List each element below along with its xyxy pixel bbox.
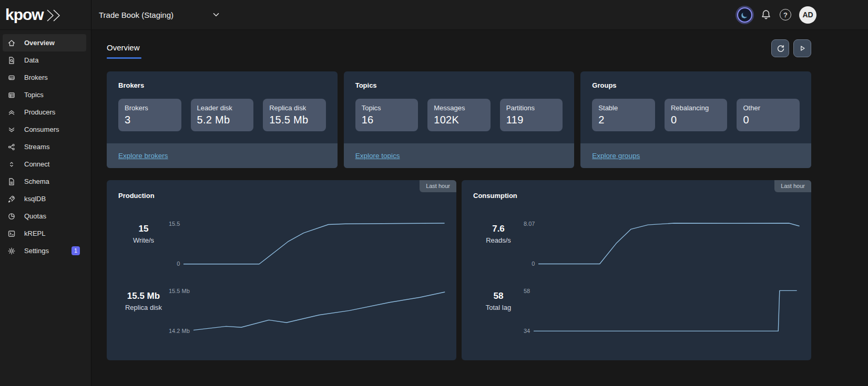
home-icon: [7, 39, 16, 47]
sidebar-item-label: Quotas: [24, 212, 46, 220]
topbar: kpow Trade Book (Staging) ? AD: [0, 0, 868, 30]
time-range-badge: Last hour: [774, 180, 811, 192]
help-button[interactable]: ?: [780, 9, 791, 20]
moon-icon: [740, 11, 749, 19]
kpow-logo[interactable]: kpow: [0, 0, 91, 29]
sidebar-item-label: Streams: [24, 143, 49, 151]
sidebar-item-label: Consumers: [24, 126, 59, 133]
dark-mode-toggle[interactable]: [737, 7, 752, 23]
replica-disk-stat: 15.5 Mb Replica disk: [118, 290, 169, 311]
panel-title: Production: [118, 192, 445, 200]
share-icon: [7, 143, 16, 151]
card-title: Brokers: [118, 81, 326, 89]
refresh-button[interactable]: [771, 39, 789, 57]
explore-brokers-link[interactable]: Explore brokers: [118, 152, 168, 160]
write-rate-line-chart: [183, 223, 445, 264]
sidebar-item-label: Data: [24, 56, 38, 64]
main-content: Overview Brokers: [91, 30, 868, 386]
tab-overview[interactable]: Overview: [107, 43, 141, 59]
y-axis-min: 0: [177, 260, 180, 267]
card-title: Topics: [355, 81, 563, 89]
sidebar-item-producers[interactable]: Producers: [0, 103, 91, 121]
environment-selector[interactable]: Trade Book (Staging): [99, 10, 221, 19]
settings-badge: 1: [72, 246, 80, 255]
y-axis-max: 15.5 Mb: [169, 288, 190, 294]
chevrons-up-icon: [7, 108, 16, 117]
refresh-icon: [776, 44, 785, 53]
replica-disk-line-chart: [193, 290, 445, 331]
card-footer: Explore groups: [580, 143, 811, 168]
play-icon: [798, 44, 806, 53]
stat-tile-partitions: Partitions 119: [500, 99, 563, 131]
play-button[interactable]: [793, 39, 811, 57]
y-axis-max: 15.5: [169, 221, 180, 227]
explore-topics-link[interactable]: Explore topics: [355, 152, 400, 160]
sort-icon: [7, 160, 16, 169]
sidebar-item-brokers[interactable]: Brokers: [0, 69, 91, 86]
sidebar-item-label: kREPL: [24, 229, 45, 237]
write-rate-stat: 15 Write/s: [118, 223, 169, 244]
gear-icon: [7, 247, 16, 255]
y-axis-max: 58: [524, 288, 530, 294]
total-lag-stat: 58 Total lag: [473, 290, 524, 311]
sidebar-item-ksqldb[interactable]: ksqlDB: [0, 190, 91, 207]
stat-tile-other: Other 0: [737, 99, 800, 131]
pie-icon: [7, 212, 16, 221]
table-icon: [7, 91, 16, 99]
stat-tile-leader-disk: Leader disk 5.2 Mb: [191, 99, 254, 131]
topbar-actions: ? AD: [737, 6, 868, 24]
sidebar-item-topics[interactable]: Topics: [0, 86, 91, 103]
explore-groups-link[interactable]: Explore groups: [592, 152, 640, 160]
sidebar-item-consumers[interactable]: Consumers: [0, 121, 91, 138]
consumption-panel: Last hour Consumption 7.6 Reads/s 8.07 0: [462, 180, 811, 360]
sidebar-item-label: Settings: [24, 247, 49, 255]
sidebar-item-schema[interactable]: Schema: [0, 173, 91, 190]
card-title: Groups: [592, 81, 800, 89]
sidebar-item-label: Overview: [24, 39, 55, 47]
sidebar-item-label: Schema: [24, 178, 49, 185]
read-rate-line-chart: [538, 223, 800, 264]
y-axis-min: 14.2 Mb: [169, 328, 190, 334]
help-icon: ?: [783, 11, 788, 19]
sidebar-item-krepl[interactable]: kREPL: [0, 225, 91, 242]
y-axis-min: 0: [532, 260, 535, 267]
sidebar-item-settings[interactable]: Settings 1: [0, 242, 91, 259]
sidebar-item-label: ksqlDB: [24, 195, 46, 203]
file-search-icon: [7, 56, 16, 65]
brokers-card: Brokers Brokers 3 Leader disk 5.2 Mb Rep…: [107, 71, 338, 168]
terminal-icon: [7, 229, 16, 238]
avatar-initials: AD: [802, 11, 813, 19]
sidebar-item-quotas[interactable]: Quotas: [0, 207, 91, 225]
chevrons-down-icon: [7, 126, 16, 134]
sidebar-item-connect[interactable]: Connect: [0, 155, 91, 173]
environment-label: Trade Book (Staging): [99, 11, 173, 19]
total-lag-line-chart: [534, 290, 800, 331]
y-axis-max: 8.07: [524, 221, 535, 227]
stat-tile-replica-disk: Replica disk 15.5 Mb: [263, 99, 326, 131]
sidebar-item-data[interactable]: Data: [0, 51, 91, 69]
logo-text: kpow: [5, 7, 44, 23]
page-title: Overview: [107, 43, 141, 52]
tab-active-indicator: [107, 57, 141, 59]
time-range-badge: Last hour: [420, 180, 456, 192]
logo-chevrons-icon: [45, 8, 65, 23]
avatar[interactable]: AD: [799, 6, 816, 24]
chevron-down-icon: [211, 10, 221, 19]
y-axis: 15.5 0: [169, 221, 183, 267]
sidebar-item-overview[interactable]: Overview: [3, 34, 86, 51]
sidebar-item-streams[interactable]: Streams: [0, 138, 91, 155]
card-footer: Explore topics: [344, 143, 575, 168]
rocket-icon: [7, 195, 16, 203]
production-panel: Last hour Production 15 Write/s 15.5 0: [107, 180, 456, 360]
panel-title: Consumption: [473, 192, 800, 200]
stat-tile-messages: Messages 102K: [427, 99, 491, 131]
sidebar-item-label: Producers: [24, 108, 55, 116]
read-rate-stat: 7.6 Reads/s: [473, 223, 524, 244]
card-footer: Explore brokers: [107, 143, 338, 168]
sidebar-item-label: Connect: [24, 160, 49, 168]
notifications-button[interactable]: [760, 9, 772, 20]
topics-card: Topics Topics 16 Messages 102K Partition…: [344, 71, 575, 168]
stat-tile-rebalancing: Rebalancing 0: [665, 99, 728, 131]
y-axis-min: 34: [524, 328, 530, 334]
sidebar-item-label: Topics: [24, 91, 44, 99]
